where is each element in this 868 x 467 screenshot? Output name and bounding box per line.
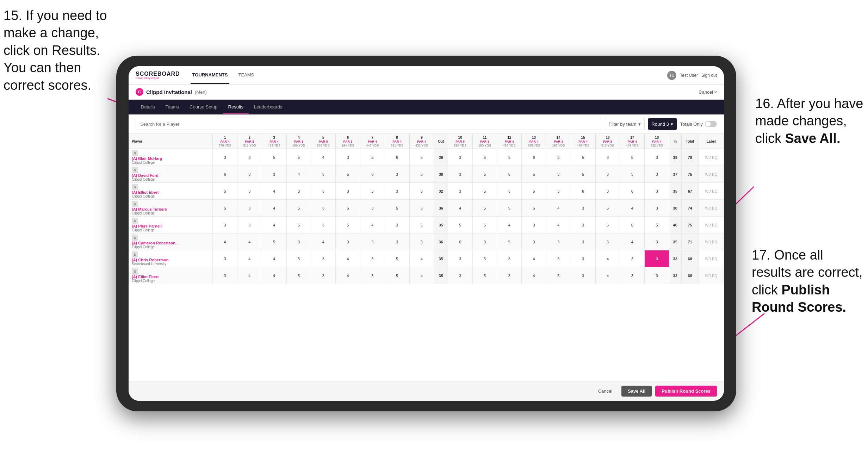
round-dropdown[interactable]: Round 3 ▾: [648, 118, 677, 130]
score-cell-h2[interactable]: 4: [237, 267, 262, 284]
score-cell-h3[interactable]: 5: [262, 234, 286, 250]
score-cell-h5[interactable]: 3: [311, 183, 336, 200]
score-cell-h1[interactable]: 3: [213, 267, 237, 284]
score-cell-h9[interactable]: 4: [409, 250, 434, 267]
score-cell-h2[interactable]: 3: [237, 217, 262, 234]
score-cell-h2[interactable]: 3: [237, 200, 262, 217]
score-cell-h13[interactable]: 3: [522, 234, 546, 250]
score-cell-h9[interactable]: 5: [409, 166, 434, 183]
score-cell-h16[interactable]: 3: [595, 183, 620, 200]
score-cell-h7[interactable]: 5: [360, 149, 385, 166]
nav-teams[interactable]: TEAMS: [236, 67, 256, 84]
score-cell-h4[interactable]: 5: [286, 200, 311, 217]
score-cell-h11[interactable]: 5: [472, 250, 497, 267]
cancel-tournament-btn[interactable]: Cancel ×: [699, 89, 717, 95]
cancel-button[interactable]: Cancel: [593, 386, 618, 397]
score-cell-h14[interactable]: 3: [546, 183, 571, 200]
score-cell-h15[interactable]: 5: [571, 166, 595, 183]
score-cell-h18[interactable]: 3: [645, 234, 669, 250]
sign-out-link[interactable]: Sign out: [701, 73, 717, 78]
score-cell-h5[interactable]: 3: [311, 217, 336, 234]
wd-label[interactable]: WD: [705, 257, 711, 261]
score-cell-h7[interactable]: 3: [360, 200, 385, 217]
score-cell-h5[interactable]: 3: [311, 166, 336, 183]
score-cell-h13[interactable]: 6: [522, 149, 546, 166]
score-cell-h5[interactable]: 4: [311, 234, 336, 250]
score-cell-h3[interactable]: 3: [262, 166, 286, 183]
dq-label[interactable]: DQ: [712, 156, 717, 160]
score-cell-h2[interactable]: 3: [237, 183, 262, 200]
score-cell-h4[interactable]: 3: [286, 234, 311, 250]
toggle-switch[interactable]: [705, 121, 717, 127]
score-cell-h16[interactable]: 5: [595, 200, 620, 217]
score-cell-h10[interactable]: 3: [448, 267, 472, 284]
score-cell-h10[interactable]: 6: [448, 234, 472, 250]
score-cell-h11[interactable]: 5: [472, 217, 497, 234]
score-cell-h8[interactable]: 3: [385, 234, 409, 250]
score-cell-h1[interactable]: 6: [213, 166, 237, 183]
score-cell-h8[interactable]: 3: [385, 217, 409, 234]
score-cell-h3[interactable]: 4: [262, 200, 286, 217]
score-cell-h9[interactable]: 5: [409, 149, 434, 166]
score-cell-h16[interactable]: 6: [595, 166, 620, 183]
score-cell-h13[interactable]: 5: [522, 200, 546, 217]
score-cell-h14[interactable]: 5: [546, 250, 571, 267]
tab-details[interactable]: Details: [136, 101, 160, 114]
score-cell-h6[interactable]: 5: [336, 200, 360, 217]
score-cell-h14[interactable]: 3: [546, 149, 571, 166]
score-cell-h7[interactable]: 5: [360, 183, 385, 200]
wd-label[interactable]: WD: [705, 240, 711, 244]
score-cell-h15[interactable]: 3: [571, 200, 595, 217]
score-cell-h5[interactable]: 3: [311, 200, 336, 217]
score-cell-h17[interactable]: 3: [620, 267, 645, 284]
score-cell-h1[interactable]: 4: [213, 234, 237, 250]
score-cell-h15[interactable]: 5: [571, 149, 595, 166]
score-cell-h15[interactable]: 3: [571, 217, 595, 234]
score-cell-h11[interactable]: 5: [472, 183, 497, 200]
nav-tournaments[interactable]: TOURNAMENTS: [191, 67, 230, 84]
score-cell-h6[interactable]: 3: [336, 183, 360, 200]
score-cell-h7[interactable]: 4: [360, 217, 385, 234]
score-cell-h2[interactable]: 4: [237, 250, 262, 267]
score-cell-h6[interactable]: 3: [336, 149, 360, 166]
score-cell-h9[interactable]: 3: [409, 183, 434, 200]
score-cell-h13[interactable]: 4: [522, 250, 546, 267]
score-cell-h14[interactable]: 4: [546, 217, 571, 234]
score-cell-h10[interactable]: 3: [448, 149, 472, 166]
score-cell-h12[interactable]: 3: [497, 267, 522, 284]
dq-label[interactable]: DQ: [712, 189, 717, 193]
dq-label[interactable]: DQ: [712, 206, 717, 210]
score-cell-h9[interactable]: 3: [409, 200, 434, 217]
score-cell-h14[interactable]: 4: [546, 200, 571, 217]
score-cell-h8[interactable]: 3: [385, 166, 409, 183]
score-cell-h17[interactable]: 3: [620, 166, 645, 183]
score-cell-h8[interactable]: 6: [385, 149, 409, 166]
score-cell-h18[interactable]: 3: [645, 166, 669, 183]
score-cell-h11[interactable]: 5: [472, 149, 497, 166]
score-cell-h6[interactable]: 4: [336, 250, 360, 267]
score-cell-h18[interactable]: 5: [645, 217, 669, 234]
score-cell-h18[interactable]: 3: [645, 250, 669, 267]
score-cell-h14[interactable]: 5: [546, 267, 571, 284]
score-cell-h4[interactable]: 3: [286, 183, 311, 200]
score-cell-h15[interactable]: 6: [571, 183, 595, 200]
score-cell-h1[interactable]: 3: [213, 217, 237, 234]
tab-leaderboards[interactable]: Leaderboards: [249, 101, 287, 114]
score-cell-h1[interactable]: 3: [213, 149, 237, 166]
dq-label[interactable]: DQ: [712, 240, 717, 244]
score-cell-h3[interactable]: 4: [262, 217, 286, 234]
score-cell-h3[interactable]: 4: [262, 250, 286, 267]
score-cell-h7[interactable]: 6: [360, 166, 385, 183]
score-cell-h13[interactable]: 3: [522, 217, 546, 234]
score-cell-h18[interactable]: 3: [645, 267, 669, 284]
score-cell-h11[interactable]: 5: [472, 267, 497, 284]
score-cell-h12[interactable]: 3: [497, 149, 522, 166]
filter-team-dropdown[interactable]: Filter by team ▾: [605, 118, 645, 130]
score-cell-h10[interactable]: 3: [448, 250, 472, 267]
score-cell-h11[interactable]: 5: [472, 166, 497, 183]
score-cell-h7[interactable]: 5: [360, 234, 385, 250]
score-cell-h17[interactable]: 3: [620, 250, 645, 267]
score-cell-h9[interactable]: 5: [409, 234, 434, 250]
score-cell-h17[interactable]: 6: [620, 217, 645, 234]
tab-results[interactable]: Results: [223, 101, 249, 114]
